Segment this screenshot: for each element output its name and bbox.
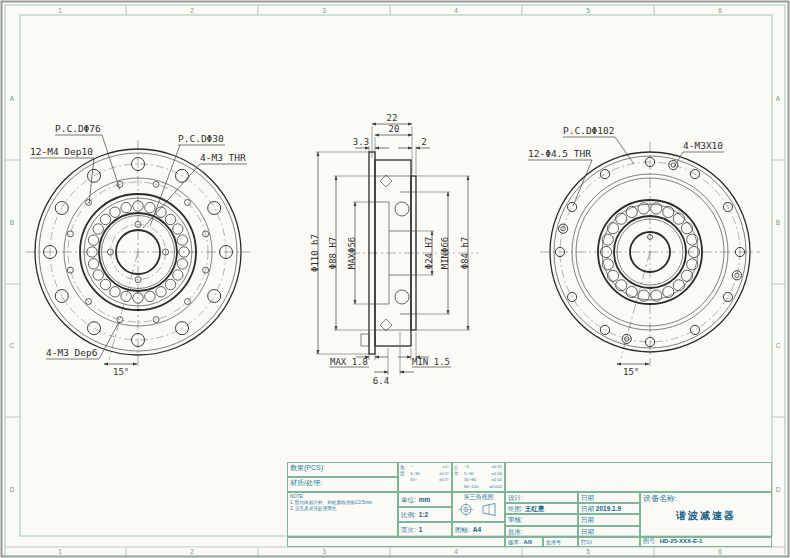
label-12-m4: 12-M4 Dep10 [30,146,93,157]
drawing-number-value: HD-25-XXX-E-1 [660,538,703,545]
bearing-ball [663,286,674,297]
bearing-ball [145,291,155,301]
zone-row: C [776,342,781,349]
dim-110: Φ110 h7 [310,234,320,272]
drawing-number-cell: 图号: HD-25-XXX-E-1 [640,537,772,547]
section-view: 22 20 3.3 2 Φ110 h7 Φ88 H7 MAXΦ56 Φ24 H7… [310,113,478,386]
page-cell: 页次: 1 [398,522,452,537]
dim-66: MINΦ66 [440,237,450,270]
scale-label: 比例: [401,511,416,519]
company-cell [505,462,772,492]
bearing-ball [121,202,131,212]
zone-col: 5 [586,548,590,555]
bearing-ball [165,279,175,289]
check-date-cell: 日期 [578,514,640,526]
label-4-m3x10: 4-M3X10 [683,140,723,151]
stage-cell: 批准号 [543,537,578,547]
page-value: 1 [419,526,423,534]
zone-row: D [10,486,15,493]
material-label: 材质/处理: [290,479,322,486]
label-angle-15: 15° [623,367,639,377]
zone-col: 3 [322,7,326,14]
bearing-ball [616,280,627,291]
bearing-ball [681,270,692,281]
label-pcd102: P.C.DΦ102 [563,125,614,136]
device-value: 谐波减速器 [643,510,769,522]
bolt-hole [208,202,221,215]
zone-col: 2 [190,548,194,555]
bearing-ball [100,279,110,289]
bearing-ball [673,213,684,224]
bearing-ball [607,270,618,281]
design-date-cell: 日期 [578,492,640,503]
bearing-ball [88,235,98,245]
quantity-cell: 数量(PCS): [287,462,398,477]
dim-84: Φ84 h7 [460,237,470,270]
linear-tolerance-label: 公差 [454,465,461,477]
dim-88: Φ88 H7 [328,237,338,270]
crossed-roller-bottom [380,319,392,331]
wave-bearing-ball-bottom [395,290,409,304]
label-4-m3-dep6: 4-M3 Dep6 [46,347,98,358]
quantity-label: 数量(PCS): [290,464,325,471]
device-label: 设备名称: [643,494,769,504]
third-angle-projection-symbol [457,502,501,517]
bearing-ball [93,270,103,280]
bearing-ball [177,235,187,245]
bearing-ball [626,206,637,217]
label-angle-15: 15° [113,367,129,377]
bearing-ball [100,214,110,224]
dim-6-4: 6.4 [373,376,389,386]
version-value: A/0 [524,539,533,546]
draw-cell: 绘图: 王红星 [505,503,578,514]
zone-row: C [10,342,15,349]
bearing-ball [173,270,183,280]
bolt-hole [690,325,699,334]
zone-col: 4 [454,7,458,14]
device-name-cell: 设备名称: 谐波减速器 [640,492,772,537]
draw-date-cell: 日期 2019.1.9 [578,503,640,514]
unit-label: 单位: [401,496,416,504]
sheet-size-cell: 图幅: A4 [452,522,505,537]
size-label: 图幅: [455,526,470,534]
bolt-hole [88,322,101,335]
bearing-ball [173,224,183,234]
bearing-ball [88,259,98,269]
zone-col: 4 [454,548,458,555]
bearing-ball [110,207,120,217]
angle-tolerance-label: 角度 [400,465,407,477]
note-cell: NOTE: 1. 除特殊标注外、外轮廓线倒角C0.5mm 2. 沉孔及攻牙处理黑… [287,492,398,537]
screw-hole-outer [669,161,678,170]
zone-col: 1 [58,548,62,555]
dim-22: 22 [387,113,398,123]
dim-24: Φ24 H7 [424,237,434,270]
bolt-hole [723,292,732,301]
projection-label: 第三角视图 [455,494,502,501]
label-pcd76: P.C.DΦ76 [55,123,101,134]
wave-bearing-ball-top [395,202,409,216]
unit-value: mm [419,496,431,504]
bearing-ball [681,223,692,234]
zone-col: 3 [322,548,326,555]
m4-hole [67,231,73,237]
draw-date-value: 2019.1.9 [596,505,621,512]
bearing-ball [673,280,684,291]
bearing-ball [663,206,674,217]
bottom-empty-cell [287,537,505,547]
bearing-ball [93,224,103,234]
linear-tolerance-cell: 公差 ~5±0.15 5~30±0.03 30~80±0.02 80~120±0… [452,462,505,492]
bearing-ball [165,214,175,224]
bolt-hole [568,202,577,211]
label-pcd30: P.C.DΦ30 [178,133,224,144]
zone-col: 6 [718,7,722,14]
angle-tolerance-cell: 角度 ~±1° 3~30±0.5° 30~±0.5° [398,462,452,492]
zone-col: 6 [718,548,722,555]
bolt-hole [88,169,101,182]
check-cell: 审核: [505,514,578,526]
design-cell: 设计: [505,492,578,503]
unit-cell: 单位: mm [398,492,452,507]
label-12-4-5-thr: 12-Φ4.5 THR [528,148,591,159]
projection-cell: 第三角视图 [452,492,505,522]
draw-value: 王红星 [525,505,545,512]
dim-min-1-5: MIN 1.5 [412,357,450,367]
